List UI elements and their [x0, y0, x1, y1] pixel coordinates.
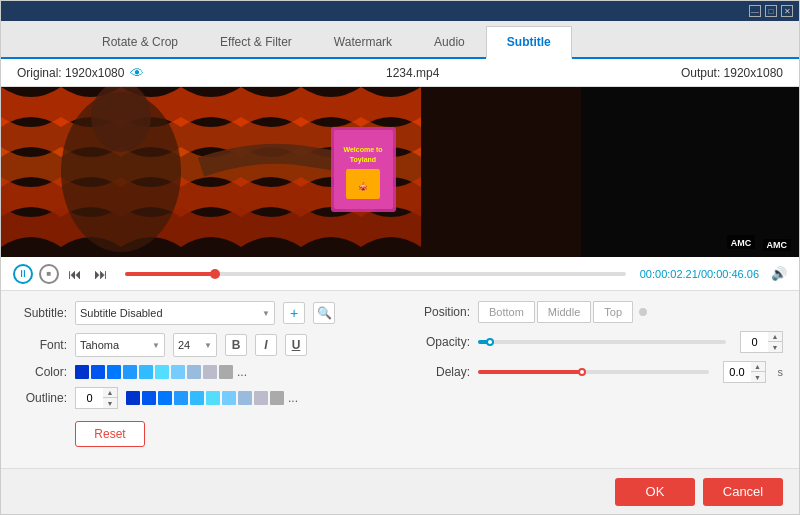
svg-rect-10: [581, 87, 799, 257]
pause-button[interactable]: ⏸: [13, 264, 33, 284]
color-swatch-6[interactable]: [171, 365, 185, 379]
original-resolution: Original: 1920x1080: [17, 66, 124, 80]
opacity-number-input[interactable]: 0: [740, 331, 768, 353]
time-display: 00:00:02.21/00:00:46.06: [640, 268, 759, 280]
italic-button[interactable]: I: [255, 334, 277, 356]
position-bottom-button[interactable]: Bottom: [478, 301, 535, 323]
outline-number-input[interactable]: [75, 387, 103, 409]
svg-text:AMC: AMC: [731, 238, 752, 248]
outline-row: Outline: ▲ ▼: [17, 387, 390, 409]
position-group: Bottom Middle Top: [478, 301, 647, 323]
color-swatch-1[interactable]: [91, 365, 105, 379]
info-bar: Original: 1920x1080 👁 1234.mp4 Output: 1…: [1, 59, 799, 87]
search-subtitle-button[interactable]: 🔍: [313, 302, 335, 324]
outline-swatch-0[interactable]: [126, 391, 140, 405]
outline-swatch-7[interactable]: [238, 391, 252, 405]
opacity-spin-up[interactable]: ▲: [768, 332, 782, 342]
opacity-value-input[interactable]: 0 ▲ ▼: [740, 331, 783, 353]
next-button[interactable]: ⏭: [91, 264, 111, 284]
opacity-slider[interactable]: [478, 340, 726, 344]
ok-button[interactable]: OK: [615, 478, 695, 506]
color-swatch-5[interactable]: [155, 365, 169, 379]
delay-label: Delay:: [410, 365, 470, 379]
outline-swatch-9[interactable]: [270, 391, 284, 405]
settings-panel: Subtitle: Subtitle Disabled ▼ + 🔍 Font: …: [1, 291, 799, 468]
delay-number-input[interactable]: 0.0: [723, 361, 751, 383]
outline-spin-down[interactable]: ▼: [103, 398, 117, 408]
color-swatch-8[interactable]: [203, 365, 217, 379]
color-swatch-3[interactable]: [123, 365, 137, 379]
color-swatch-9[interactable]: [219, 365, 233, 379]
opacity-label: Opacity:: [410, 335, 470, 349]
settings-right: Position: Bottom Middle Top Opacity:: [410, 301, 783, 447]
bold-button[interactable]: B: [225, 334, 247, 356]
delay-row: Delay: 0.0 ▲ ▼ s: [410, 361, 783, 383]
volume-icon[interactable]: 🔊: [771, 266, 787, 281]
progress-bar[interactable]: [125, 272, 626, 276]
settings-grid: Subtitle: Subtitle Disabled ▼ + 🔍 Font: …: [17, 301, 783, 447]
font-value: Tahoma: [80, 339, 119, 351]
reset-button[interactable]: Reset: [75, 421, 145, 447]
outline-swatch-4[interactable]: [190, 391, 204, 405]
outline-value-input[interactable]: ▲ ▼: [75, 387, 118, 409]
tab-effect-filter[interactable]: Effect & Filter: [199, 26, 313, 57]
subtitle-label: Subtitle:: [17, 306, 67, 320]
outline-swatch-3[interactable]: [174, 391, 188, 405]
outline-swatch-1[interactable]: [142, 391, 156, 405]
color-swatch-0[interactable]: [75, 365, 89, 379]
position-top-button[interactable]: Top: [593, 301, 633, 323]
delay-spin-down[interactable]: ▼: [751, 372, 765, 382]
delay-slider[interactable]: [478, 370, 709, 374]
color-swatch-7[interactable]: [187, 365, 201, 379]
dropdown-arrow-icon: ▼: [262, 309, 270, 318]
tab-rotate-crop[interactable]: Rotate & Crop: [81, 26, 199, 57]
position-row: Position: Bottom Middle Top: [410, 301, 783, 323]
tab-audio[interactable]: Audio: [413, 26, 486, 57]
outline-spin-up[interactable]: ▲: [103, 388, 117, 398]
amc-badge: AMC: [763, 239, 792, 251]
outline-swatch-6[interactable]: [222, 391, 236, 405]
video-background: Welcome to Toyland 🎪 AMC: [1, 87, 799, 257]
subtitle-dropdown[interactable]: Subtitle Disabled ▼: [75, 301, 275, 325]
stop-button[interactable]: ■: [39, 264, 59, 284]
cancel-button[interactable]: Cancel: [703, 478, 783, 506]
title-bar: — □ ✕: [1, 1, 799, 21]
underline-button[interactable]: U: [285, 334, 307, 356]
prev-button[interactable]: ⏮: [65, 264, 85, 284]
outline-swatches: ...: [126, 391, 298, 405]
font-arrow-icon: ▼: [152, 341, 160, 350]
delay-spin-buttons: ▲ ▼: [751, 361, 766, 383]
subtitle-row: Subtitle: Subtitle Disabled ▼ + 🔍: [17, 301, 390, 325]
color-row: Color: ...: [17, 365, 390, 379]
add-subtitle-button[interactable]: +: [283, 302, 305, 324]
color-swatch-4[interactable]: [139, 365, 153, 379]
tab-subtitle[interactable]: Subtitle: [486, 26, 572, 59]
subtitle-value: Subtitle Disabled: [80, 307, 163, 319]
outline-spin-buttons: ▲ ▼: [103, 387, 118, 409]
delay-unit: s: [778, 366, 784, 378]
delay-value-input[interactable]: 0.0 ▲ ▼: [723, 361, 766, 383]
position-middle-button[interactable]: Middle: [537, 301, 591, 323]
opacity-row: Opacity: 0 ▲ ▼: [410, 331, 783, 353]
outline-more-button[interactable]: ...: [288, 391, 298, 405]
tab-watermark[interactable]: Watermark: [313, 26, 413, 57]
svg-text:Toyland: Toyland: [350, 156, 376, 164]
color-swatch-2[interactable]: [107, 365, 121, 379]
minimize-button[interactable]: —: [749, 5, 761, 17]
maximize-button[interactable]: □: [765, 5, 777, 17]
playback-bar: ⏸ ■ ⏮ ⏭ 00:00:02.21/00:00:46.06 🔊: [1, 257, 799, 291]
close-button[interactable]: ✕: [781, 5, 793, 17]
font-size-dropdown[interactable]: 24 ▼: [173, 333, 217, 357]
outline-swatch-8[interactable]: [254, 391, 268, 405]
font-dropdown[interactable]: Tahoma ▼: [75, 333, 165, 357]
delay-spin-up[interactable]: ▲: [751, 362, 765, 372]
outline-swatch-5[interactable]: [206, 391, 220, 405]
output-resolution: Output: 1920x1080: [681, 66, 783, 80]
outline-swatch-2[interactable]: [158, 391, 172, 405]
eye-icon[interactable]: 👁: [130, 65, 144, 81]
color-more-button[interactable]: ...: [237, 365, 247, 379]
video-frame: Welcome to Toyland 🎪 AMC: [1, 87, 799, 257]
svg-text:🎪: 🎪: [358, 181, 368, 191]
app-window: — □ ✕ Rotate & Crop Effect & Filter Wate…: [0, 0, 800, 515]
opacity-spin-down[interactable]: ▼: [768, 342, 782, 352]
